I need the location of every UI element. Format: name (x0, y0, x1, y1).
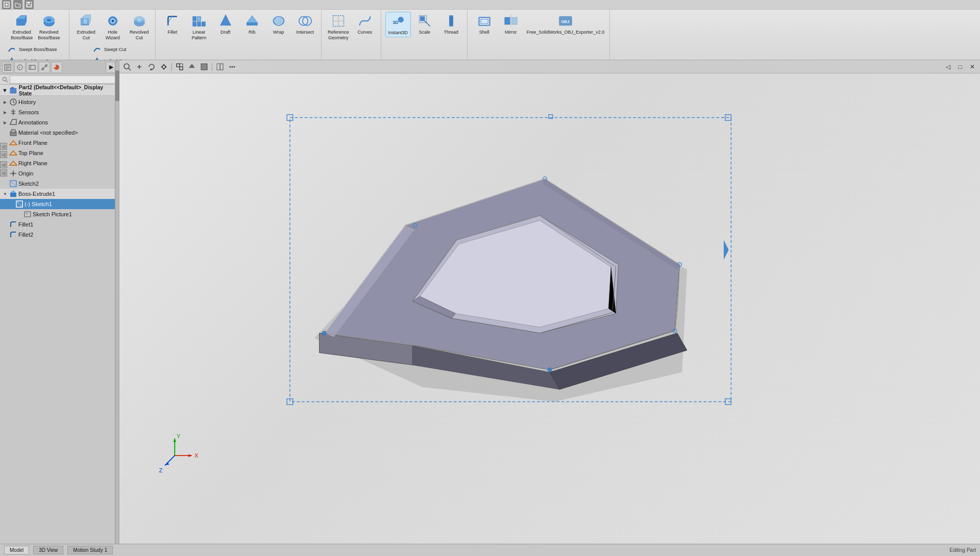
thread-label: Thread (444, 30, 458, 35)
fillet1-icon (9, 220, 17, 229)
config-manager-icon[interactable] (27, 62, 38, 73)
svg-point-19 (111, 19, 114, 22)
rotate-btn[interactable] (146, 61, 157, 72)
part-name-header[interactable]: ▼ Part2 (Default<<Default>_Display State (0, 85, 119, 96)
left-tab-1[interactable]: ◁ (0, 143, 7, 150)
svg-text:Y: Y (177, 433, 181, 439)
revolved-cut-button[interactable]: RevolvedCut (127, 12, 152, 42)
svg-point-11 (47, 19, 52, 21)
swept-cut-button[interactable]: Swept Cut (90, 44, 135, 55)
view-orientation-btn[interactable] (186, 61, 198, 72)
thread-button[interactable]: Thread (438, 12, 464, 36)
svg-point-95 (124, 64, 129, 69)
shell-label: Shell (479, 30, 489, 35)
fillet-button[interactable]: Fillet (160, 12, 185, 36)
display-style-btn[interactable] (199, 61, 210, 72)
tree-boss-extrude1[interactable]: ▼ Boss-Extrude1 (0, 189, 119, 199)
tree-sketch2[interactable]: ▶ Sketch2 (0, 179, 119, 189)
zoom-to-fit-btn[interactable] (121, 61, 133, 72)
svg-marker-102 (161, 65, 163, 68)
svg-rect-73 (10, 88, 16, 93)
tree-right-plane[interactable]: ▶ Right Plane (0, 158, 119, 168)
tree-origin[interactable]: ▶ Origin (0, 168, 119, 179)
motion-study-tab[interactable]: Motion Study 1 (67, 546, 113, 554)
svg-rect-112 (217, 64, 220, 70)
tree-history[interactable]: ▶ History (0, 97, 119, 107)
tree-sketch1[interactable]: ▶ (-) Sketch1 (0, 199, 119, 209)
scrollbar-thumb[interactable] (115, 70, 119, 101)
sidebar-scrollbar[interactable] (115, 60, 119, 544)
model-tab[interactable]: Model (4, 546, 29, 554)
extruded-cut-button[interactable]: ExtrudedCut (74, 12, 99, 42)
svg-marker-8 (16, 16, 26, 19)
svg-rect-41 (420, 16, 425, 21)
collapse-panel-btn[interactable]: ◁ (942, 61, 953, 72)
curves-button[interactable]: Curves (352, 12, 378, 36)
scale-button[interactable]: Scale (412, 12, 437, 36)
expand-annotations-icon[interactable]: ▶ (2, 119, 8, 125)
svg-line-88 (11, 182, 15, 186)
appearance-manager-icon[interactable] (51, 62, 62, 73)
draft-button[interactable]: Draft (213, 12, 238, 36)
new-icon[interactable] (2, 0, 11, 9)
svg-marker-83 (10, 161, 17, 165)
revolved-boss-button[interactable]: RevolvedBoss/Base (36, 12, 62, 42)
ref-geometry-label: ReferenceGeometry (328, 30, 349, 41)
tree-front-plane[interactable]: ▶ Front Plane (0, 138, 119, 148)
top-plane-icon (9, 149, 17, 157)
tree-top-plane[interactable]: ▶ Top Plane (0, 148, 119, 158)
svg-marker-54 (504, 17, 510, 24)
svg-line-43 (425, 21, 430, 27)
right-plane-label: Right Plane (18, 160, 47, 166)
svg-point-86 (12, 172, 14, 174)
intersect-button[interactable]: Intersect (292, 12, 318, 36)
rib-button[interactable]: Rib (239, 12, 265, 36)
view-more-btn[interactable] (227, 61, 238, 72)
swept-boss-button[interactable]: Swept Boss/Base (5, 44, 66, 55)
expand-boss-extrude1-icon[interactable]: ▼ (2, 191, 8, 197)
property-manager-icon[interactable]: i (14, 62, 26, 73)
standard-views-btn[interactable] (174, 61, 185, 72)
tree-annotations[interactable]: ▶ Annotations (0, 117, 119, 128)
search-input[interactable] (10, 75, 117, 84)
tree-sketch-picture1[interactable]: ▶ Sketch Picture1 (0, 209, 119, 219)
svg-point-150 (322, 331, 326, 335)
svg-rect-31 (247, 23, 257, 26)
expand-sensors-icon[interactable]: ▶ (2, 109, 8, 115)
svg-point-113 (230, 66, 231, 67)
left-tab-4[interactable]: ◁ (0, 169, 7, 176)
extruded-boss-button[interactable]: ExtrudedBoss/Base (9, 12, 35, 42)
hole-wizard-button[interactable]: HoleWizard (100, 12, 126, 42)
expand-history-icon[interactable]: ▶ (2, 99, 8, 105)
feature-manager-icon[interactable] (2, 62, 13, 73)
svg-rect-89 (10, 193, 16, 197)
section-view-btn[interactable] (214, 61, 226, 72)
boss-extrude1-label: Boss-Extrude1 (18, 191, 55, 197)
svg-text:i: i (19, 65, 20, 70)
mirror-button[interactable]: Mirror (498, 12, 524, 36)
close-panel-btn[interactable]: ✕ (967, 61, 978, 72)
dim-xpert-manager-icon[interactable] (39, 62, 50, 73)
tree-material[interactable]: ▶ Material <not specified> (0, 128, 119, 138)
pan-btn[interactable] (158, 61, 169, 72)
tree-fillet2[interactable]: ▶ Fillet2 (0, 230, 119, 240)
swept-boss-label: Swept Boss/Base (19, 46, 57, 52)
3d-view-tab[interactable]: 3D View (33, 546, 63, 554)
instant3d-button[interactable]: 3D Instant3D (385, 12, 411, 37)
save-icon[interactable] (24, 0, 34, 9)
free-solidworks-button[interactable]: OBJ Free_SolidWorks_OBJ_Exporter_v2.0 (525, 12, 606, 36)
tree-sensors[interactable]: ▶ Sensors (0, 107, 119, 117)
zoom-in-btn[interactable] (134, 61, 145, 72)
ref-geometry-button[interactable]: ReferenceGeometry (326, 12, 351, 42)
wrap-button[interactable]: Wrap (266, 12, 291, 36)
left-tab-2[interactable]: ◁ (0, 151, 7, 158)
svg-rect-64 (29, 65, 35, 69)
open-icon[interactable] (13, 0, 22, 9)
linear-pattern-button[interactable]: LinearPattern (186, 12, 212, 42)
svg-marker-82 (10, 151, 17, 155)
tree-fillet1[interactable]: ▶ Fillet1 (0, 219, 119, 230)
restore-btn[interactable]: □ (954, 61, 966, 72)
left-tab-3[interactable]: ◁ (0, 161, 7, 168)
shell-button[interactable]: Shell (472, 12, 497, 36)
sketch-picture1-label: Sketch Picture1 (33, 211, 72, 217)
